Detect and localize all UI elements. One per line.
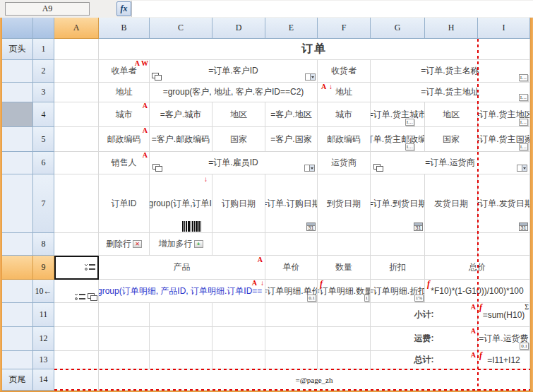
- formula-input[interactable]: [131, 1, 533, 17]
- cell-D8[interactable]: [212, 233, 265, 256]
- cell-F2-ship-to-label[interactable]: 收货者: [318, 60, 371, 83]
- cell-I7-shippeddate[interactable]: =订单.发货日期 31: [478, 174, 530, 233]
- fx-button[interactable]: fx: [116, 1, 131, 16]
- cell-B8-delete-row-button[interactable]: 删除行 ✕: [99, 233, 150, 256]
- cell-C12[interactable]: [150, 327, 212, 351]
- cell-title[interactable]: 订单: [99, 39, 530, 60]
- cell-A11[interactable]: [54, 303, 99, 327]
- row-header-9[interactable]: 9: [33, 256, 54, 280]
- cell-G8[interactable]: [371, 233, 425, 256]
- cell-G3-ship-address[interactable]: =订单.货主地址 I…: [371, 83, 530, 102]
- cell-E4-customer-region[interactable]: =客户.地区: [265, 102, 318, 127]
- row-header-3[interactable]: 3: [33, 83, 54, 102]
- cell-F12[interactable]: [318, 327, 371, 351]
- cell-A4[interactable]: [54, 102, 99, 127]
- row-header-2[interactable]: 2: [33, 60, 54, 83]
- cell-F3-address-label[interactable]: A ↓ 地址: [318, 83, 371, 102]
- cell-G11-subtotal-label[interactable]: 小计: A: [371, 303, 478, 327]
- cell-A2[interactable]: [54, 60, 99, 83]
- cell-G12-freight-label[interactable]: 运费: A: [371, 327, 478, 351]
- cell-F13[interactable]: [318, 351, 371, 369]
- cell-E9-unitprice-header[interactable]: 单价: [265, 256, 318, 280]
- row-header-13[interactable]: 13: [33, 351, 54, 369]
- cell-B12[interactable]: [99, 327, 150, 351]
- row-header-11[interactable]: 11: [33, 303, 54, 327]
- cell-C6-employee-id[interactable]: =订单.雇员ID: [150, 152, 318, 174]
- cell-E7-orderdate[interactable]: =订单.订购日期 31: [265, 174, 318, 233]
- band-page-footer[interactable]: 页尾: [2, 369, 33, 391]
- cell-F8[interactable]: [318, 233, 371, 256]
- row-header-8[interactable]: 8: [33, 233, 54, 256]
- col-header-C[interactable]: C: [150, 18, 212, 39]
- gutter-r4[interactable]: [2, 102, 33, 127]
- cell-A1[interactable]: [54, 39, 99, 60]
- cell-C8-add-rows-button[interactable]: 增加多行 +: [150, 233, 212, 256]
- cell-G7-requireddate[interactable]: =订单.到货日期 31: [371, 174, 425, 233]
- cell-A3[interactable]: [54, 83, 99, 102]
- cell-E8[interactable]: [265, 233, 318, 256]
- gutter-r2[interactable]: [2, 60, 33, 83]
- cell-F11[interactable]: [318, 303, 371, 327]
- cell-B10-detail-group-formula[interactable]: =group(订单明细, 产品ID, 订单明细.订单ID== A ↓: [99, 280, 265, 303]
- cell-B14-page-number[interactable]: =@page_zh: [99, 369, 530, 391]
- row-header-7[interactable]: 7: [33, 174, 54, 233]
- cell-H9-total-header[interactable]: 总价: [425, 256, 530, 280]
- corner-gutter-header[interactable]: [2, 18, 33, 39]
- cell-I13-grandtotal-formula[interactable]: f =I11+I12: [478, 351, 530, 369]
- cell-H5-country-label[interactable]: 国家: [425, 127, 478, 152]
- cell-F5-postal-label[interactable]: 邮政编码: [318, 127, 371, 152]
- corner-select-all[interactable]: [33, 18, 54, 39]
- row-header-10[interactable]: 10←: [33, 280, 54, 303]
- cell-D12[interactable]: [212, 327, 265, 351]
- cell-A5[interactable]: [54, 127, 99, 152]
- row-header-12[interactable]: 12: [33, 327, 54, 351]
- cell-name-box[interactable]: A9: [5, 2, 90, 16]
- cell-B5-postal-label[interactable]: 邮政编码 A: [99, 127, 150, 152]
- cell-F4-city-label[interactable]: 城市: [318, 102, 371, 127]
- col-header-G[interactable]: G: [371, 18, 425, 39]
- cell-G13-grandtotal-label[interactable]: 总计: A: [371, 351, 478, 369]
- cell-E10-unitprice[interactable]: =订单明细.单价 0.1: [265, 280, 318, 303]
- row-header-5[interactable]: 5: [33, 127, 54, 152]
- cell-E5-customer-country[interactable]: =客户.国家: [265, 127, 318, 152]
- cell-E11[interactable]: [265, 303, 318, 327]
- cell-G2-ship-name[interactable]: =订单.货主名称 I…: [371, 60, 530, 83]
- gutter-r7[interactable]: [2, 174, 33, 233]
- cell-C11[interactable]: [150, 303, 212, 327]
- col-header-H[interactable]: H: [425, 18, 478, 39]
- cell-C5-customer-postal[interactable]: =客户.邮政编码: [150, 127, 212, 152]
- cell-B9-product-header[interactable]: 产品 A: [99, 256, 265, 280]
- cell-I4-ship-region[interactable]: =订单.货主地区 I…: [478, 102, 530, 127]
- cell-F10-quantity[interactable]: f =订单明细.数量 1: [318, 280, 371, 303]
- cell-H7-shippeddate-label[interactable]: 发货日期: [425, 174, 478, 233]
- cell-D4-region-label[interactable]: 地区: [212, 102, 265, 127]
- gutter-r10[interactable]: [2, 280, 33, 303]
- col-header-I[interactable]: I: [478, 18, 530, 39]
- gutter-r5[interactable]: [2, 127, 33, 152]
- cell-F9-quantity-header[interactable]: 数量: [318, 256, 371, 280]
- row-header-4[interactable]: 4: [33, 102, 54, 127]
- cell-G9-discount-header[interactable]: 折扣: [371, 256, 425, 280]
- gutter-r11[interactable]: [2, 303, 33, 327]
- cell-A14[interactable]: [54, 369, 99, 391]
- cell-H8[interactable]: [425, 233, 478, 256]
- cell-G6-shipper[interactable]: =订单.运货商: [371, 152, 530, 174]
- cell-H10-total-formula[interactable]: f *F10)*(1-G10))/100)*100: [425, 280, 530, 303]
- col-header-F[interactable]: F: [318, 18, 371, 39]
- cell-D13[interactable]: [212, 351, 265, 369]
- gutter-r3[interactable]: [2, 83, 33, 102]
- cell-A12[interactable]: [54, 327, 99, 351]
- row-header-1[interactable]: 1: [33, 39, 54, 60]
- col-header-B[interactable]: B: [99, 18, 150, 39]
- cell-C2-customer-id[interactable]: =订单.客户ID: [150, 60, 318, 83]
- cell-A7[interactable]: [54, 174, 99, 233]
- cell-F7-requireddate-label[interactable]: 到货日期: [318, 174, 371, 233]
- cell-I11-subtotal-formula[interactable]: f =sum(H10) Σ: [478, 303, 530, 327]
- cell-G10-discount[interactable]: =订单明细.折扣 1%: [371, 280, 425, 303]
- cell-B11[interactable]: [99, 303, 150, 327]
- col-header-E[interactable]: E: [265, 18, 318, 39]
- col-header-A[interactable]: A: [54, 18, 99, 39]
- cell-G4-ship-city[interactable]: =订单.货主城市 I…: [371, 102, 425, 127]
- cell-F6-shipper-label[interactable]: 运货商: [318, 152, 371, 174]
- col-header-D[interactable]: D: [212, 18, 265, 39]
